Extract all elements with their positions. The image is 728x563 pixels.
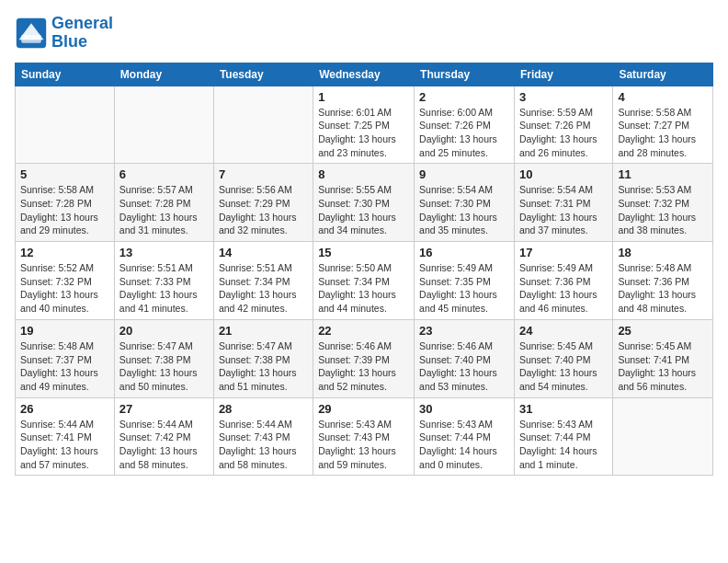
calendar-cell: 30Sunrise: 5:43 AMSunset: 7:44 PMDayligh… xyxy=(415,397,515,476)
calendar-cell: 10Sunrise: 5:54 AMSunset: 7:31 PMDayligh… xyxy=(514,164,612,242)
calendar-cell: 5Sunrise: 5:58 AMSunset: 7:28 PMDaylight… xyxy=(16,164,115,242)
svg-rect-2 xyxy=(21,35,41,43)
day-number: 3 xyxy=(519,90,608,104)
day-number: 26 xyxy=(20,402,109,416)
weekday-header: Tuesday xyxy=(213,63,313,86)
day-info: Sunrise: 5:44 AMSunset: 7:43 PMDaylight:… xyxy=(219,418,308,472)
day-number: 6 xyxy=(119,167,209,181)
day-number: 23 xyxy=(419,324,509,338)
day-number: 11 xyxy=(618,167,708,181)
weekday-header: Friday xyxy=(514,63,612,86)
calendar-week-row: 5Sunrise: 5:58 AMSunset: 7:28 PMDaylight… xyxy=(16,164,713,242)
calendar-cell: 1Sunrise: 6:01 AMSunset: 7:25 PMDaylight… xyxy=(313,86,415,164)
calendar-cell: 19Sunrise: 5:48 AMSunset: 7:37 PMDayligh… xyxy=(16,319,115,397)
day-info: Sunrise: 5:51 AMSunset: 7:34 PMDaylight:… xyxy=(219,261,308,316)
day-info: Sunrise: 5:53 AMSunset: 7:32 PMDaylight:… xyxy=(618,183,708,237)
calendar-week-row: 19Sunrise: 5:48 AMSunset: 7:37 PMDayligh… xyxy=(16,319,713,397)
calendar-cell xyxy=(613,397,713,476)
day-number: 20 xyxy=(119,324,209,338)
day-info: Sunrise: 5:47 AMSunset: 7:38 PMDaylight:… xyxy=(119,339,209,394)
calendar-cell: 27Sunrise: 5:44 AMSunset: 7:42 PMDayligh… xyxy=(114,397,213,476)
calendar-cell: 20Sunrise: 5:47 AMSunset: 7:38 PMDayligh… xyxy=(114,319,213,397)
day-info: Sunrise: 6:00 AMSunset: 7:26 PMDaylight:… xyxy=(419,106,509,160)
calendar-cell: 11Sunrise: 5:53 AMSunset: 7:32 PMDayligh… xyxy=(613,164,713,242)
calendar-cell: 14Sunrise: 5:51 AMSunset: 7:34 PMDayligh… xyxy=(213,242,313,320)
day-number: 8 xyxy=(318,167,409,181)
calendar-cell: 13Sunrise: 5:51 AMSunset: 7:33 PMDayligh… xyxy=(114,242,213,320)
day-info: Sunrise: 5:50 AMSunset: 7:34 PMDaylight:… xyxy=(318,261,409,316)
day-number: 7 xyxy=(219,167,308,181)
calendar-cell: 9Sunrise: 5:54 AMSunset: 7:30 PMDaylight… xyxy=(415,164,515,242)
logo-text: General Blue xyxy=(51,15,113,52)
day-info: Sunrise: 5:43 AMSunset: 7:44 PMDaylight:… xyxy=(519,418,608,472)
weekday-header: Monday xyxy=(114,63,213,86)
calendar-cell: 31Sunrise: 5:43 AMSunset: 7:44 PMDayligh… xyxy=(514,397,612,476)
day-number: 17 xyxy=(519,246,608,259)
day-info: Sunrise: 5:59 AMSunset: 7:26 PMDaylight:… xyxy=(519,106,608,160)
day-number: 10 xyxy=(519,167,608,181)
day-number: 16 xyxy=(419,246,509,259)
day-info: Sunrise: 5:54 AMSunset: 7:30 PMDaylight:… xyxy=(419,183,509,237)
day-info: Sunrise: 5:45 AMSunset: 7:41 PMDaylight:… xyxy=(618,339,708,394)
weekday-header: Saturday xyxy=(613,63,713,86)
calendar-cell: 2Sunrise: 6:00 AMSunset: 7:26 PMDaylight… xyxy=(415,86,515,164)
day-info: Sunrise: 5:49 AMSunset: 7:35 PMDaylight:… xyxy=(419,261,509,316)
calendar-cell: 26Sunrise: 5:44 AMSunset: 7:41 PMDayligh… xyxy=(16,397,115,476)
day-info: Sunrise: 5:46 AMSunset: 7:39 PMDaylight:… xyxy=(318,339,409,394)
calendar-cell: 28Sunrise: 5:44 AMSunset: 7:43 PMDayligh… xyxy=(213,397,313,476)
day-info: Sunrise: 5:48 AMSunset: 7:37 PMDaylight:… xyxy=(20,339,109,394)
calendar-cell: 16Sunrise: 5:49 AMSunset: 7:35 PMDayligh… xyxy=(415,242,515,320)
calendar-cell: 6Sunrise: 5:57 AMSunset: 7:28 PMDaylight… xyxy=(114,164,213,242)
calendar-cell: 4Sunrise: 5:58 AMSunset: 7:27 PMDaylight… xyxy=(613,86,713,164)
calendar-header-row: SundayMondayTuesdayWednesdayThursdayFrid… xyxy=(16,63,713,86)
day-number: 19 xyxy=(20,324,109,338)
day-number: 30 xyxy=(419,402,509,416)
calendar-week-row: 26Sunrise: 5:44 AMSunset: 7:41 PMDayligh… xyxy=(16,397,713,476)
day-info: Sunrise: 5:44 AMSunset: 7:42 PMDaylight:… xyxy=(119,418,209,472)
day-number: 2 xyxy=(419,90,509,104)
day-number: 29 xyxy=(318,402,409,416)
day-info: Sunrise: 5:54 AMSunset: 7:31 PMDaylight:… xyxy=(519,183,608,237)
day-number: 21 xyxy=(219,324,308,338)
calendar-cell: 22Sunrise: 5:46 AMSunset: 7:39 PMDayligh… xyxy=(313,319,415,397)
calendar-cell: 12Sunrise: 5:52 AMSunset: 7:32 PMDayligh… xyxy=(16,242,115,320)
weekday-header: Thursday xyxy=(415,63,515,86)
page-header: General Blue xyxy=(15,15,713,52)
calendar-cell: 21Sunrise: 5:47 AMSunset: 7:38 PMDayligh… xyxy=(213,319,313,397)
calendar-cell: 25Sunrise: 5:45 AMSunset: 7:41 PMDayligh… xyxy=(613,319,713,397)
day-info: Sunrise: 5:43 AMSunset: 7:43 PMDaylight:… xyxy=(318,418,409,472)
day-number: 1 xyxy=(318,90,409,104)
calendar-week-row: 12Sunrise: 5:52 AMSunset: 7:32 PMDayligh… xyxy=(16,242,713,320)
day-info: Sunrise: 5:49 AMSunset: 7:36 PMDaylight:… xyxy=(519,261,608,316)
day-number: 14 xyxy=(219,246,308,259)
day-info: Sunrise: 5:46 AMSunset: 7:40 PMDaylight:… xyxy=(419,339,509,394)
day-info: Sunrise: 5:47 AMSunset: 7:38 PMDaylight:… xyxy=(219,339,308,394)
day-number: 15 xyxy=(318,246,409,259)
calendar-cell: 24Sunrise: 5:45 AMSunset: 7:40 PMDayligh… xyxy=(514,319,612,397)
day-number: 27 xyxy=(119,402,209,416)
day-number: 22 xyxy=(318,324,409,338)
day-number: 5 xyxy=(20,167,109,181)
day-info: Sunrise: 5:45 AMSunset: 7:40 PMDaylight:… xyxy=(519,339,608,394)
calendar-cell xyxy=(213,86,313,164)
day-info: Sunrise: 5:51 AMSunset: 7:33 PMDaylight:… xyxy=(119,261,209,316)
calendar-cell: 7Sunrise: 5:56 AMSunset: 7:29 PMDaylight… xyxy=(213,164,313,242)
weekday-header: Wednesday xyxy=(313,63,415,86)
logo-icon xyxy=(15,17,48,50)
day-info: Sunrise: 5:43 AMSunset: 7:44 PMDaylight:… xyxy=(419,418,509,472)
day-info: Sunrise: 5:52 AMSunset: 7:32 PMDaylight:… xyxy=(20,261,109,316)
day-info: Sunrise: 5:48 AMSunset: 7:36 PMDaylight:… xyxy=(618,261,708,316)
day-info: Sunrise: 6:01 AMSunset: 7:25 PMDaylight:… xyxy=(318,106,409,160)
weekday-header: Sunday xyxy=(16,63,115,86)
calendar-cell xyxy=(114,86,213,164)
day-number: 24 xyxy=(519,324,608,338)
calendar-table: SundayMondayTuesdayWednesdayThursdayFrid… xyxy=(15,63,713,477)
calendar-week-row: 1Sunrise: 6:01 AMSunset: 7:25 PMDaylight… xyxy=(16,86,713,164)
day-number: 12 xyxy=(20,246,109,259)
calendar-cell: 29Sunrise: 5:43 AMSunset: 7:43 PMDayligh… xyxy=(313,397,415,476)
day-info: Sunrise: 5:56 AMSunset: 7:29 PMDaylight:… xyxy=(219,183,308,237)
day-number: 28 xyxy=(219,402,308,416)
day-number: 9 xyxy=(419,167,509,181)
calendar-cell: 18Sunrise: 5:48 AMSunset: 7:36 PMDayligh… xyxy=(613,242,713,320)
day-number: 4 xyxy=(618,90,708,104)
